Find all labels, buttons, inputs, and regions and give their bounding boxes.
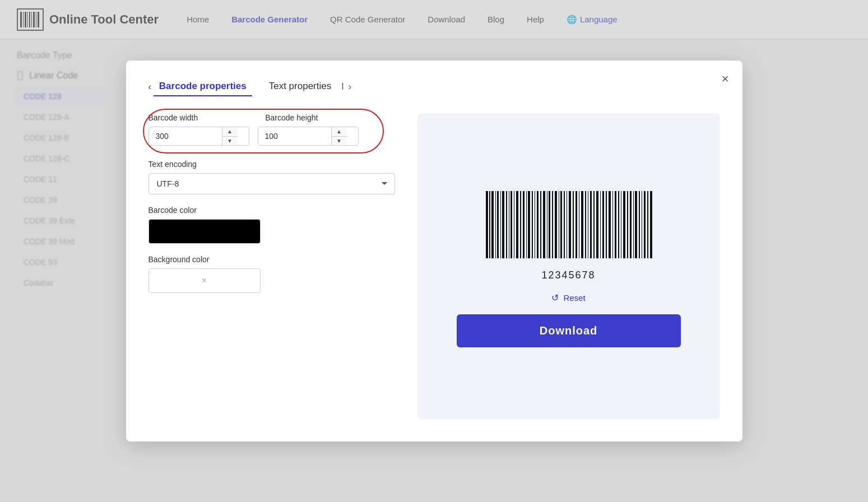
background-color-clear-icon: × — [202, 276, 207, 286]
height-arrows: ▲ ▼ — [331, 127, 347, 145]
svg-rect-21 — [520, 191, 521, 258]
svg-rect-48 — [600, 191, 601, 258]
svg-rect-43 — [585, 191, 586, 258]
dimensions-section: Barcode width Barcode height ▲ ▼ — [148, 113, 395, 146]
svg-rect-40 — [575, 191, 577, 258]
svg-rect-55 — [621, 191, 621, 258]
svg-rect-60 — [635, 191, 637, 258]
height-input[interactable] — [258, 127, 331, 145]
svg-rect-31 — [549, 191, 550, 258]
barcode-image — [485, 191, 653, 264]
reset-label: Reset — [563, 293, 585, 303]
reset-icon: ↺ — [551, 292, 559, 303]
svg-rect-36 — [564, 191, 565, 258]
svg-rect-38 — [569, 191, 571, 258]
barcode-height-label: Barcode height — [265, 113, 318, 122]
height-down-arrow[interactable]: ▼ — [332, 137, 347, 146]
svg-rect-28 — [540, 191, 541, 258]
svg-rect-44 — [588, 191, 588, 258]
modal-tabs: ‹ Barcode properties Text properties I › — [148, 77, 720, 96]
background-color-label: Background color — [148, 255, 395, 264]
svg-rect-39 — [573, 191, 574, 258]
dimensions-inputs: ▲ ▼ ▲ ▼ — [148, 127, 395, 146]
svg-rect-61 — [639, 191, 640, 258]
svg-rect-26 — [535, 191, 535, 258]
download-button[interactable]: Download — [457, 314, 681, 347]
width-spinner[interactable]: ▲ ▼ — [148, 127, 249, 146]
svg-rect-51 — [609, 191, 611, 258]
svg-rect-33 — [555, 191, 557, 258]
svg-rect-27 — [537, 191, 539, 258]
svg-rect-50 — [606, 191, 607, 258]
barcode-width-label: Barcode width — [148, 113, 198, 122]
reset-button[interactable]: ↺ Reset — [551, 292, 585, 303]
barcode-preview: 12345678 — [485, 191, 653, 281]
barcode-text-value: 12345678 — [541, 269, 595, 281]
background-color-section: Background color × — [148, 255, 395, 293]
svg-rect-58 — [630, 191, 632, 258]
svg-rect-49 — [602, 191, 604, 258]
svg-rect-29 — [543, 191, 545, 258]
tab-text-properties[interactable]: Text properties — [263, 77, 337, 96]
barcode-color-label: Barcode color — [148, 206, 395, 215]
width-arrows: ▲ ▼ — [222, 127, 238, 145]
svg-rect-12 — [495, 191, 496, 258]
modal-left-panel: Barcode width Barcode height ▲ ▼ — [148, 113, 395, 419]
width-down-arrow[interactable]: ▼ — [222, 137, 238, 146]
barcode-color-swatch[interactable] — [148, 219, 261, 244]
svg-rect-56 — [623, 191, 625, 258]
svg-rect-46 — [593, 191, 595, 258]
modal-close-button[interactable]: × — [722, 72, 729, 86]
svg-rect-30 — [547, 191, 547, 258]
svg-rect-24 — [528, 191, 530, 258]
svg-rect-37 — [567, 191, 567, 258]
svg-rect-57 — [627, 191, 628, 258]
svg-rect-25 — [532, 191, 533, 258]
dimensions-labels: Barcode width Barcode height — [148, 113, 395, 122]
svg-rect-9 — [486, 191, 488, 258]
svg-rect-18 — [510, 191, 512, 258]
svg-rect-52 — [612, 191, 613, 258]
svg-rect-19 — [514, 191, 514, 258]
modal-right-panel: 12345678 ↺ Reset Download — [417, 113, 720, 419]
modal-overlay: ‹ Barcode properties Text properties I ›… — [0, 0, 868, 502]
svg-rect-14 — [500, 191, 501, 258]
svg-rect-16 — [506, 191, 507, 258]
svg-rect-20 — [516, 191, 518, 258]
svg-rect-13 — [497, 191, 499, 258]
svg-rect-17 — [509, 191, 509, 258]
tab-barcode-properties[interactable]: Barcode properties — [154, 77, 252, 96]
width-input[interactable] — [149, 127, 222, 145]
svg-rect-45 — [590, 191, 592, 258]
tab-cursor-icon: I — [341, 82, 344, 92]
encoding-select[interactable]: UTF-8 ASCII ISO-8859-1 — [148, 173, 395, 194]
svg-rect-53 — [615, 191, 616, 258]
svg-rect-35 — [560, 191, 562, 258]
svg-rect-59 — [633, 191, 634, 258]
svg-rect-32 — [552, 191, 553, 258]
background-color-swatch[interactable]: × — [148, 268, 261, 293]
height-spinner[interactable]: ▲ ▼ — [258, 127, 359, 146]
svg-rect-10 — [489, 191, 490, 258]
svg-rect-41 — [579, 191, 579, 258]
svg-rect-62 — [642, 191, 642, 258]
svg-rect-64 — [647, 191, 648, 258]
svg-rect-11 — [491, 191, 494, 258]
modal-body: Barcode width Barcode height ▲ ▼ — [148, 113, 720, 419]
svg-rect-54 — [618, 191, 619, 258]
svg-rect-63 — [644, 191, 646, 258]
width-up-arrow[interactable]: ▲ — [222, 127, 238, 137]
svg-rect-22 — [523, 191, 524, 258]
tab-next-arrow[interactable]: › — [349, 82, 351, 92]
height-up-arrow[interactable]: ▲ — [332, 127, 347, 137]
svg-rect-15 — [502, 191, 504, 258]
svg-rect-42 — [581, 191, 583, 258]
barcode-color-section: Barcode color — [148, 206, 395, 244]
svg-rect-65 — [650, 191, 652, 258]
modal-dialog: ‹ Barcode properties Text properties I ›… — [126, 61, 742, 441]
tab-prev-arrow[interactable]: ‹ — [148, 82, 151, 92]
svg-rect-23 — [526, 191, 527, 258]
svg-rect-47 — [596, 191, 598, 258]
text-encoding-label: Text encoding — [148, 160, 395, 169]
text-encoding-section: Text encoding UTF-8 ASCII ISO-8859-1 — [148, 160, 395, 194]
